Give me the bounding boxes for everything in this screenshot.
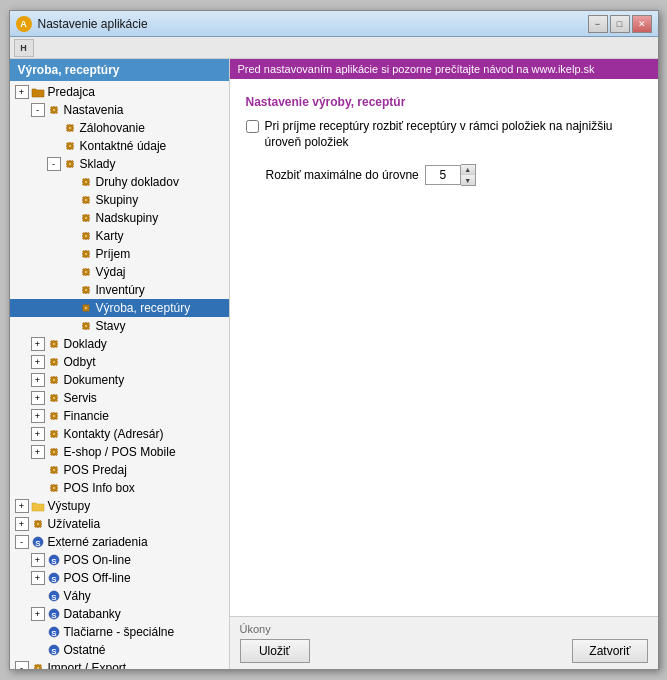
- node-icon-inventury: [78, 282, 94, 298]
- node-label-druhy: Druhy dokladov: [96, 175, 179, 189]
- tree-item-karty[interactable]: Karty: [10, 227, 229, 245]
- svg-point-9: [84, 270, 88, 274]
- svg-point-8: [84, 252, 88, 256]
- tree-item-financie[interactable]: +Financie: [10, 407, 229, 425]
- tree-item-predajca[interactable]: +Predajca: [10, 83, 229, 101]
- tree-item-servis[interactable]: +Servis: [10, 389, 229, 407]
- tree-item-skupiny[interactable]: Skupiny: [10, 191, 229, 209]
- save-button[interactable]: Uložiť: [240, 639, 310, 663]
- minimize-button[interactable]: −: [588, 15, 608, 33]
- tree-item-inventury[interactable]: Inventúry: [10, 281, 229, 299]
- tree-item-prijem[interactable]: Príjem: [10, 245, 229, 263]
- tree-item-tlacky[interactable]: STlačiarne - špeciálne: [10, 623, 229, 641]
- expander-financie[interactable]: +: [31, 409, 45, 423]
- maximize-button[interactable]: □: [610, 15, 630, 33]
- expander-vystupy[interactable]: +: [15, 499, 29, 513]
- tree-item-vyroba[interactable]: Výroba, receptúry: [10, 299, 229, 317]
- tree-item-zalohovanie[interactable]: Zálohovanie: [10, 119, 229, 137]
- node-icon-prijem: [78, 246, 94, 262]
- tree-item-import[interactable]: -Import / Export: [10, 659, 229, 669]
- expander-kontakty[interactable]: +: [31, 427, 45, 441]
- tree-item-doklady[interactable]: +Doklady: [10, 335, 229, 353]
- tree-item-ostatne[interactable]: SOstatné: [10, 641, 229, 659]
- node-icon-externe: S: [30, 534, 46, 550]
- svg-point-4: [84, 180, 88, 184]
- node-label-externe: Externé zariadenia: [48, 535, 148, 549]
- tree-item-pos_offline[interactable]: +SPOS Off-line: [10, 569, 229, 587]
- svg-point-2: [68, 144, 72, 148]
- expander-eshop[interactable]: +: [31, 445, 45, 459]
- expander-predajca[interactable]: +: [15, 85, 29, 99]
- tree-item-pos_online[interactable]: +SPOS On-line: [10, 551, 229, 569]
- node-icon-odbyt: [46, 354, 62, 370]
- tree-item-nastavenia[interactable]: -Nastavenia: [10, 101, 229, 119]
- expander-externe[interactable]: -: [15, 535, 29, 549]
- right-panel: Pred nastavovaním aplikácie si pozorne p…: [230, 59, 658, 669]
- tree-item-stavy[interactable]: Stavy: [10, 317, 229, 335]
- tree-item-pos_predaj[interactable]: POS Predaj: [10, 461, 229, 479]
- svg-text:S: S: [51, 629, 57, 638]
- expander-import[interactable]: -: [15, 661, 29, 669]
- node-label-vydaj: Výdaj: [96, 265, 126, 279]
- svg-text:S: S: [51, 611, 57, 620]
- node-icon-predajca: [30, 84, 46, 100]
- tree-container[interactable]: +Predajca-NastaveniaZálohovanieKontaktné…: [10, 81, 229, 669]
- tree-item-eshop[interactable]: +E-shop / POS Mobile: [10, 443, 229, 461]
- tree-item-externe[interactable]: -SExterné zariadenia: [10, 533, 229, 551]
- spinner-up-button[interactable]: ▲: [461, 165, 475, 175]
- content-area: Výroba, receptúry +Predajca-NastaveniaZá…: [10, 59, 658, 669]
- node-icon-eshop: [46, 444, 62, 460]
- tree-item-nadskupiny[interactable]: Nadskupiny: [10, 209, 229, 227]
- expander-nastavenia[interactable]: -: [31, 103, 45, 117]
- node-label-eshop: E-shop / POS Mobile: [64, 445, 176, 459]
- node-icon-vystupy: [30, 498, 46, 514]
- tree-item-vahy[interactable]: SVáhy: [10, 587, 229, 605]
- expander-servis[interactable]: +: [31, 391, 45, 405]
- tree-item-databanky[interactable]: +SDatabanky: [10, 605, 229, 623]
- tree-item-vystupy[interactable]: +Výstupy: [10, 497, 229, 515]
- tree-item-uzivatelia[interactable]: +Užívatelia: [10, 515, 229, 533]
- expander-pos_offline[interactable]: +: [31, 571, 45, 585]
- left-panel: Výroba, receptúry +Predajca-NastaveniaZá…: [10, 59, 230, 669]
- expander-odbyt[interactable]: +: [31, 355, 45, 369]
- tree-item-kontakty[interactable]: +Kontakty (Adresár): [10, 425, 229, 443]
- svg-point-11: [84, 306, 88, 310]
- expander-dokumenty[interactable]: +: [31, 373, 45, 387]
- tree-item-druhy[interactable]: Druhy dokladov: [10, 173, 229, 191]
- receptury-checkbox[interactable]: [246, 120, 259, 133]
- node-label-kontakty: Kontakty (Adresár): [64, 427, 164, 441]
- zatvorit-button[interactable]: Zatvoriť: [572, 639, 647, 663]
- expander-pos_online[interactable]: +: [31, 553, 45, 567]
- left-panel-header: Výroba, receptúry: [10, 59, 229, 81]
- node-icon-nadskupiny: [78, 210, 94, 226]
- level-spinner[interactable]: [425, 165, 461, 185]
- node-label-pos_info: POS Info box: [64, 481, 135, 495]
- node-label-dokumenty: Dokumenty: [64, 373, 125, 387]
- app-icon: A: [16, 16, 32, 32]
- tree-item-odbyt[interactable]: +Odbyt: [10, 353, 229, 371]
- node-icon-karty: [78, 228, 94, 244]
- svg-point-5: [84, 198, 88, 202]
- spinner-down-button[interactable]: ▼: [461, 175, 475, 185]
- svg-text:S: S: [51, 557, 57, 566]
- node-icon-stavy: [78, 318, 94, 334]
- toolbar-h-button[interactable]: H: [14, 39, 34, 57]
- tree-item-pos_info[interactable]: POS Info box: [10, 479, 229, 497]
- expander-sklady[interactable]: -: [47, 157, 61, 171]
- node-label-predajca: Predajca: [48, 85, 95, 99]
- svg-point-22: [36, 522, 40, 526]
- expander-databanky[interactable]: +: [31, 607, 45, 621]
- window-controls: − □ ✕: [588, 15, 652, 33]
- expander-doklady[interactable]: +: [31, 337, 45, 351]
- svg-text:S: S: [51, 647, 57, 656]
- svg-point-7: [84, 234, 88, 238]
- toolbar: H: [10, 37, 658, 59]
- node-icon-druhy: [78, 174, 94, 190]
- tree-item-sklady[interactable]: -Sklady: [10, 155, 229, 173]
- tree-item-kontaktne[interactable]: Kontaktné údaje: [10, 137, 229, 155]
- svg-point-13: [52, 342, 56, 346]
- tree-item-vydaj[interactable]: Výdaj: [10, 263, 229, 281]
- expander-uzivatelia[interactable]: +: [15, 517, 29, 531]
- tree-item-dokumenty[interactable]: +Dokumenty: [10, 371, 229, 389]
- close-button[interactable]: ✕: [632, 15, 652, 33]
